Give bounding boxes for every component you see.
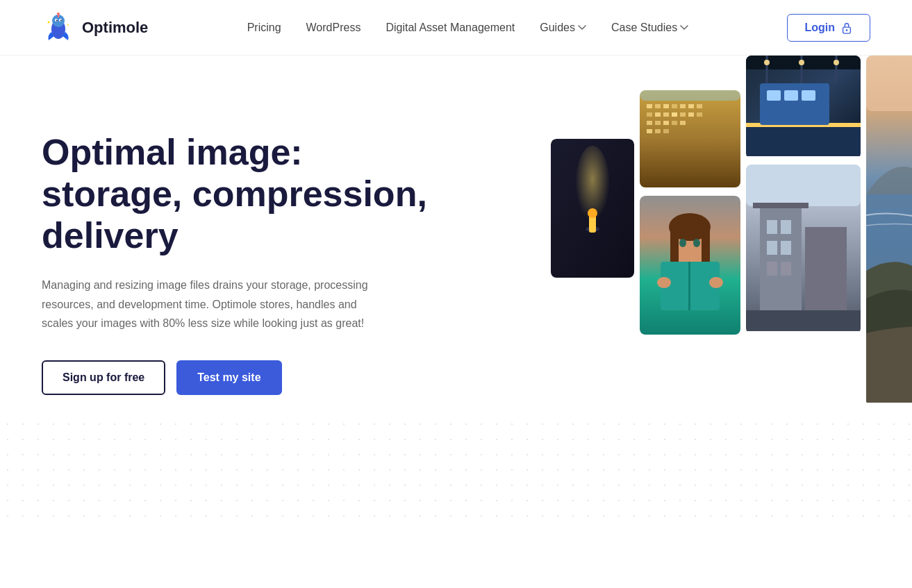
image-dark-person bbox=[551, 139, 634, 280]
hero-description: Managing and resizing image files drains… bbox=[42, 276, 375, 333]
svg-rect-67 bbox=[746, 165, 861, 206]
svg-rect-71 bbox=[781, 220, 791, 234]
svg-point-51 bbox=[709, 277, 723, 288]
nav-links: Pricing WordPress Digital Asset Manageme… bbox=[247, 22, 689, 34]
svg-rect-37 bbox=[647, 129, 652, 133]
svg-point-9 bbox=[67, 24, 69, 26]
image-architecture bbox=[746, 165, 861, 334]
hero-buttons: Sign up for free Test my site bbox=[42, 360, 431, 395]
nav-dam[interactable]: Digital Asset Management bbox=[385, 22, 515, 34]
svg-rect-31 bbox=[697, 112, 702, 117]
image-train bbox=[746, 56, 861, 159]
svg-rect-73 bbox=[781, 241, 791, 255]
nav-wordpress[interactable]: WordPress bbox=[306, 22, 361, 34]
image-building bbox=[640, 90, 740, 190]
signup-button[interactable]: Sign up for free bbox=[42, 360, 165, 395]
svg-rect-38 bbox=[655, 129, 661, 133]
svg-rect-26 bbox=[655, 112, 661, 117]
lock-icon bbox=[840, 22, 853, 34]
hero-section: Optimal image: storage, compression, del… bbox=[0, 56, 912, 528]
svg-point-11 bbox=[846, 29, 848, 31]
svg-rect-74 bbox=[767, 262, 777, 276]
image-woman-book bbox=[640, 196, 740, 337]
svg-rect-34 bbox=[663, 121, 669, 125]
svg-rect-27 bbox=[663, 112, 669, 117]
navbar: Optimole Pricing WordPress Digital Asset… bbox=[0, 0, 912, 56]
hero-title: Optimal image: storage, compression, del… bbox=[42, 132, 431, 256]
svg-point-65 bbox=[834, 60, 839, 65]
svg-rect-20 bbox=[663, 104, 669, 108]
svg-rect-45 bbox=[702, 227, 710, 265]
svg-rect-35 bbox=[672, 121, 677, 125]
svg-rect-19 bbox=[655, 104, 661, 108]
svg-rect-53 bbox=[746, 125, 861, 156]
hero-content: Optimal image: storage, compression, del… bbox=[42, 111, 431, 395]
svg-point-8 bbox=[48, 21, 50, 23]
svg-rect-28 bbox=[672, 112, 677, 117]
test-site-button[interactable]: Test my site bbox=[176, 360, 281, 395]
svg-rect-76 bbox=[753, 203, 809, 208]
svg-rect-72 bbox=[767, 241, 777, 255]
svg-point-47 bbox=[693, 239, 700, 247]
svg-rect-79 bbox=[866, 56, 912, 111]
logo-text: Optimole bbox=[82, 19, 148, 37]
svg-point-5 bbox=[60, 19, 62, 21]
svg-rect-25 bbox=[647, 112, 652, 117]
logo[interactable]: Optimole bbox=[42, 11, 148, 44]
svg-rect-70 bbox=[767, 220, 777, 234]
svg-rect-33 bbox=[655, 121, 661, 125]
svg-point-46 bbox=[679, 239, 686, 247]
nav-pricing[interactable]: Pricing bbox=[247, 22, 281, 34]
logo-icon bbox=[42, 11, 75, 44]
svg-rect-22 bbox=[680, 104, 686, 108]
svg-rect-55 bbox=[760, 83, 829, 125]
svg-rect-39 bbox=[663, 129, 669, 133]
svg-rect-36 bbox=[680, 121, 686, 125]
image-beach bbox=[866, 56, 912, 405]
svg-point-7 bbox=[57, 12, 60, 15]
login-button[interactable]: Login bbox=[787, 14, 870, 42]
svg-rect-49 bbox=[688, 262, 690, 310]
svg-point-64 bbox=[799, 60, 804, 65]
svg-rect-21 bbox=[672, 104, 677, 108]
svg-rect-40 bbox=[640, 90, 740, 101]
svg-rect-23 bbox=[688, 104, 694, 108]
svg-rect-58 bbox=[802, 90, 815, 101]
svg-rect-77 bbox=[746, 310, 861, 331]
svg-rect-24 bbox=[697, 104, 702, 108]
chevron-down-icon bbox=[578, 25, 586, 31]
svg-point-50 bbox=[657, 277, 671, 288]
svg-point-4 bbox=[56, 19, 58, 21]
svg-rect-75 bbox=[781, 262, 791, 276]
svg-rect-18 bbox=[647, 104, 652, 108]
svg-rect-57 bbox=[784, 90, 798, 101]
chevron-down-icon bbox=[680, 25, 688, 31]
nav-case-studies[interactable]: Case Studies bbox=[611, 22, 688, 34]
svg-rect-56 bbox=[767, 90, 781, 101]
svg-point-16 bbox=[588, 208, 597, 218]
dot-pattern-decoration bbox=[0, 417, 912, 528]
nav-guides[interactable]: Guides bbox=[540, 22, 586, 34]
svg-rect-32 bbox=[647, 121, 652, 125]
svg-point-63 bbox=[764, 60, 770, 65]
svg-rect-29 bbox=[680, 112, 686, 117]
svg-rect-30 bbox=[688, 112, 694, 117]
